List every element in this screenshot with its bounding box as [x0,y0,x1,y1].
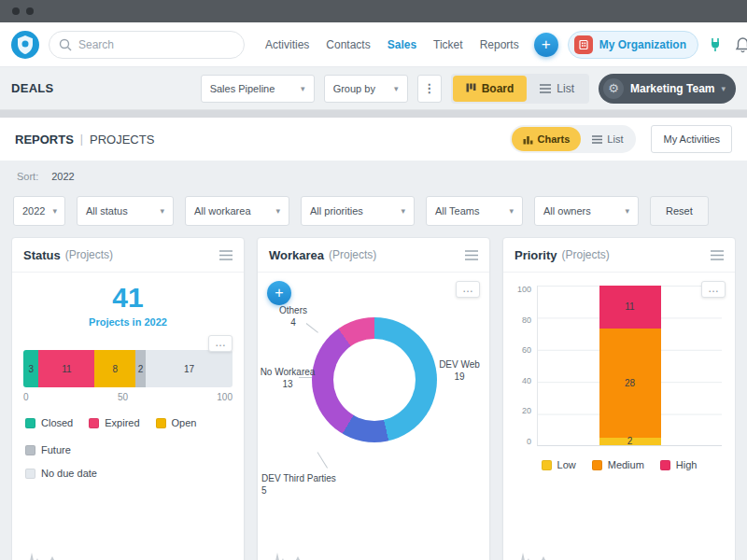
integration-icon[interactable] [708,36,723,53]
status-caption: Projects in 2022 [12,316,244,328]
nav-contacts[interactable]: Contacts [326,38,370,51]
app-logo[interactable] [11,31,39,59]
bell-icon[interactable] [735,36,747,53]
charts-toggle[interactable]: Charts [512,127,582,151]
window-dot [26,7,34,15]
filter-priorities[interactable]: All priorities▾ [301,196,415,226]
charts-list-toggle: Charts List [510,125,637,153]
legend-label: High [676,459,698,470]
status-legend-row2: No due date [25,468,231,479]
y-tick: 100 [517,286,531,294]
sparkline [267,544,340,560]
priority-stacked-bar: 11282 [599,286,661,445]
card-title: Priority [514,248,557,262]
priority-y-axis: 100 80 60 40 20 0 [513,286,537,446]
list-toggle[interactable]: List [527,76,587,102]
filter-owners[interactable]: All owners▾ [534,196,639,226]
chevron-down-icon: ▾ [160,206,164,216]
list-toggle-label: List [557,82,574,95]
card-menu-button[interactable] [219,250,233,260]
my-activities-button[interactable]: My Activities [651,125,732,153]
card-menu-button[interactable] [711,250,724,260]
status-x-axis: 0 50 100 [23,392,233,402]
slice-label: No Workarea [258,366,317,378]
list-icon [540,84,551,93]
add-project-button[interactable]: + [267,281,291,305]
board-toggle[interactable]: Board [453,76,528,102]
chart-icon [523,134,533,145]
groupby-select-value: Group by [333,83,375,94]
slice-label: Others [271,304,316,316]
status-segment-no-due-date: 17 [146,350,233,387]
donut-label-dev-third-parties: DEV Third Parties 5 [261,472,347,497]
card-title: Workarea [269,248,324,262]
legend-swatch [156,418,166,428]
gear-icon: ⚙ [603,78,624,99]
status-card-header: Status (Projects) [12,238,244,273]
chart-more-button[interactable]: … [701,281,726,298]
pipeline-select[interactable]: Sales Pipeline ▾ [201,75,315,103]
sort-value[interactable]: 2022 [51,171,74,182]
status-total: 41 [12,282,244,314]
global-search[interactable] [49,31,245,59]
status-segment-expired: 11 [38,350,94,387]
card-subtitle: (Projects) [562,248,610,261]
leader-line [317,452,328,468]
priority-segment-high: 11 [599,286,661,329]
slice-value: 5 [261,484,347,497]
more-options-button[interactable]: ⋮ [417,75,442,103]
more-icon: … [462,282,473,295]
organization-label: My Organization [599,38,686,51]
filter-year[interactable]: 2022▾ [13,196,65,226]
workarea-donut-chart: Others 4 DEV Web 19 No Workarea 13 DEV T… [258,273,489,534]
search-icon [59,38,72,51]
slice-value: 13 [258,378,317,390]
nav-activities[interactable]: Activities [265,38,309,51]
slice-label: DEV Third Parties [261,472,347,484]
chevron-down-icon: ▾ [394,84,399,93]
chart-more-button[interactable]: … [208,335,233,352]
y-tick: 20 [522,407,531,415]
y-tick: 0 [527,438,531,446]
filter-status[interactable]: All status▾ [77,196,174,226]
legend-label: Closed [41,417,73,428]
list-view-toggle[interactable]: List [581,127,634,151]
card-menu-button[interactable] [465,250,478,260]
legend-swatch [592,460,602,470]
deals-title: DEALS [11,81,54,95]
chevron-down-icon: ▾ [52,206,57,216]
list-icon [592,135,602,144]
my-organization-button[interactable]: My Organization [568,31,698,59]
deals-toolbar: DEALS Sales Pipeline ▾ Group by ▾ ⋮ Boar… [0,67,747,110]
filter-teams[interactable]: All Teams▾ [426,196,523,226]
slice-value: 4 [271,316,316,329]
nav-ticket[interactable]: Ticket [433,38,463,51]
x-tick: 50 [118,392,128,402]
legend-swatch [25,418,35,428]
legend-swatch [660,460,670,470]
search-input[interactable] [78,38,234,51]
card-subtitle: (Projects) [65,248,113,261]
more-icon: … [708,282,719,295]
team-selector[interactable]: ⚙ Marketing Team ▾ [599,74,736,104]
y-tick: 80 [522,316,531,325]
sort-row: Sort: 2022 [11,161,736,192]
legend-item-medium: Medium [592,459,644,470]
reset-button[interactable]: Reset [650,196,709,226]
status-legend: Closed Expired Open Future [25,417,231,455]
nav-reports[interactable]: Reports [480,38,519,51]
nav-sales[interactable]: Sales [388,38,416,51]
groupby-select[interactable]: Group by ▾ [324,75,408,103]
workarea-donut [312,317,437,442]
filter-workarea[interactable]: All workarea▾ [185,196,289,226]
filter-year-value: 2022 [22,205,45,217]
sparkline [21,544,94,560]
app-window: Activities Contacts Sales Ticket Reports… [0,0,747,560]
plus-icon: + [275,285,283,301]
add-button[interactable]: + [534,33,558,57]
breadcrumb-divider: | [80,133,83,146]
charts-row: Status (Projects) 41 Projects in 2022 … … [11,237,736,560]
filter-row: 2022▾ All status▾ All workarea▾ All prio… [11,192,736,237]
reports-content: Sort: 2022 2022▾ All status▾ All workare… [0,161,747,560]
chart-more-button[interactable]: … [456,281,480,298]
